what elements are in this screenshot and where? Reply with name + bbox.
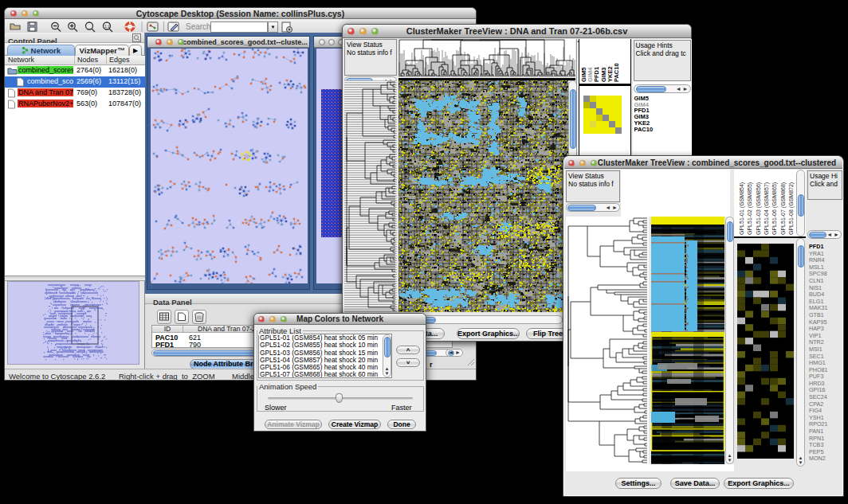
svg-text:GPL51-07 (GSM868): GPL51-07 (GSM868) [780, 182, 787, 235]
svg-text:1:1: 1:1 [104, 24, 110, 29]
svg-text:GPL51-03 (GSM856): GPL51-03 (GSM856) [756, 182, 762, 235]
svg-text:GPL51-04 (GSM857): GPL51-04 (GSM857) [764, 182, 770, 235]
svg-text:GPL51-06 (GSM865): GPL51-06 (GSM865) [771, 182, 778, 235]
svg-text:GPL51-01 (GSM854): GPL51-01 (GSM854) [739, 182, 745, 235]
svg-text:GPL51-08 (GSM872): GPL51-08 (GSM872) [788, 182, 795, 235]
svg-text:PAC10: PAC10 [613, 63, 620, 82]
svg-text:GPL51-02 (GSM855): GPL51-02 (GSM855) [747, 182, 753, 235]
